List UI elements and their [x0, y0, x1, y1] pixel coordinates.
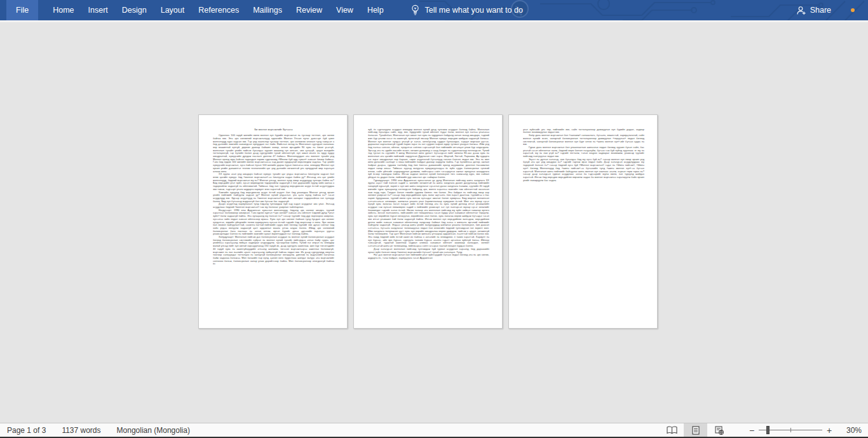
recording-indicator-dot	[851, 8, 855, 12]
zoom-slider[interactable]	[759, 423, 822, 437]
status-bar-left: Page 1 of 3 1137 words Mongolian (Mongol…	[0, 426, 204, 435]
page-content: үнэт зүйлсийг улс төр, нийгмийн зөв, сай…	[509, 115, 658, 329]
ribbon-tab-help[interactable]: Help	[360, 0, 391, 20]
person-plus-icon	[796, 6, 806, 15]
paragraph[interactable]: Дээр хэлэгдсэн монголын нийгэмд тулгамда…	[368, 247, 489, 253]
paragraph[interactable]: ХХ зууны эхэн үед амьдарч байсан хүмүүс …	[213, 173, 334, 191]
share-button[interactable]: Share	[796, 0, 831, 20]
paragraph[interactable]: Гуравдугаарт: 1990 оны Ардчилсан хувьсга…	[368, 179, 489, 247]
web-layout-button[interactable]	[707, 423, 731, 437]
document-page-2[interactable]: зүй, ёс суртахууны асуудал өнөөдөр монго…	[353, 114, 503, 329]
paragraph[interactable]: Одоогоос 100 гаруй жилийн өмнө монгол хү…	[213, 133, 334, 172]
page-lines-icon	[692, 426, 700, 435]
zoom-out-button[interactable]: −	[745, 425, 759, 435]
document-page-3[interactable]: үнэт зүйлсийг улс төр, нийгмийн зөв, сай…	[508, 114, 658, 329]
zoom-slider-center-tick	[790, 428, 791, 432]
zoom-percentage[interactable]: 30%	[840, 426, 862, 435]
share-label: Share	[810, 6, 831, 15]
ribbon-tab-insert[interactable]: Insert	[81, 0, 115, 20]
read-mode-button[interactable]	[660, 423, 684, 437]
lightbulb-icon	[411, 4, 419, 16]
ribbon-tab-bar: HomeInsertDesignLayoutReferencesMailings…	[46, 0, 390, 20]
titlebar-ribbon: File HomeInsertDesignLayoutReferencesMai…	[0, 0, 868, 20]
ribbon-tab-references[interactable]: References	[191, 0, 246, 20]
paragraph[interactable]: Эцэст нь дүгнэн хэлэхэд, лав бүхэлдээ би…	[523, 158, 644, 182]
ribbon-tab-review[interactable]: Review	[289, 0, 329, 20]
page-globe-icon	[715, 426, 724, 435]
status-bar-right: − + 30%	[660, 423, 868, 437]
word-count[interactable]: 1137 words	[60, 426, 102, 435]
ribbon-tab-view[interactable]: View	[329, 0, 360, 20]
tell-me-label: Tell me what you want to do	[425, 6, 523, 15]
paragraph[interactable]: Хамгийн түрүүнд бид өөрсдөөсөө асуух ёст…	[213, 191, 334, 203]
language-indicator[interactable]: Mongolian (Mongolia)	[115, 426, 192, 435]
paragraph[interactable]: Гурав дахь монгол мэргэжлэл бол улаанхал…	[523, 146, 644, 158]
ribbon-tab-layout[interactable]: Layout	[154, 0, 192, 20]
paragraph[interactable]: Нэг дэх монгол мэргэжлэл бол нийгмийн үн…	[368, 254, 489, 259]
paragraph[interactable]: Хоёр дахь монгол мэргэжлэл бол «чанамж» …	[523, 133, 644, 146]
zoom-in-button[interactable]: +	[822, 425, 836, 435]
zoom-slider-thumb[interactable]	[766, 426, 770, 434]
document-canvas[interactable]: Би монгол мэргэжлийг БүтээнэОдоогоос 100…	[0, 22, 868, 423]
ribbon-tab-design[interactable]: Design	[115, 0, 154, 20]
ribbon-tab-mailings[interactable]: Mailings	[246, 0, 289, 20]
paragraph[interactable]: Дээрх асуултад хариулахын тулд бидэнд ту…	[213, 203, 334, 209]
page-content: Би монгол мэргэжлийг БүтээнэОдоогоос 100…	[199, 115, 348, 329]
paragraph[interactable]: үнэт зүйлсийг улс төр, нийгмийн зөв, сай…	[523, 128, 644, 133]
document-page-1[interactable]: Би монгол мэргэжлийг БүтээнэОдоогоос 100…	[198, 114, 348, 329]
paragraph[interactable]: зүй, ёс суртахууны асуудал өнөөдөр монго…	[368, 128, 489, 179]
document-title[interactable]: Би монгол мэргэжлийг Бүтээнэ	[213, 128, 334, 131]
page-indicator[interactable]: Page 1 of 3	[5, 426, 48, 435]
print-layout-button[interactable]	[684, 423, 707, 437]
ribbon-tab-file[interactable]: File	[6, 0, 38, 20]
open-book-icon	[667, 426, 677, 434]
paragraph[interactable]: Нэгдүгээрт: 1990 оны Ардчилсан хувьсгал …	[213, 209, 334, 235]
status-bar: Page 1 of 3 1137 words Mongolian (Mongol…	[0, 423, 868, 437]
ribbon-tab-home[interactable]: Home	[46, 0, 81, 20]
page-content: зүй, ёс суртахууны асуудал өнөөдөр монго…	[354, 115, 503, 329]
paragraph[interactable]: Хоёрдугаарт: Монголын нийгэм дэх боловср…	[213, 235, 334, 265]
tell-me-box[interactable]: Tell me what you want to do	[411, 0, 523, 20]
